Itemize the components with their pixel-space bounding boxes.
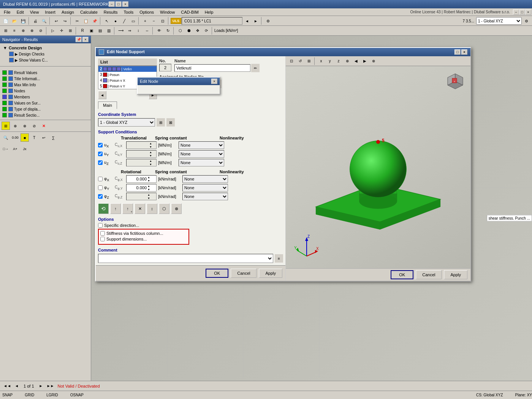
tb-prev-lc[interactable]: ◄ (243, 17, 251, 25)
uy-spin-down[interactable]: ▼ (149, 154, 152, 157)
app-close-btn[interactable]: × (525, 10, 531, 15)
tb-open[interactable]: 📂 (10, 17, 19, 25)
cb-result-5[interactable] (8, 95, 13, 99)
phiy-checkbox[interactable] (98, 185, 103, 190)
edit-node-close[interactable]: × (211, 79, 217, 84)
apply-button[interactable]: Apply (259, 269, 282, 278)
tb2-orbit[interactable]: ⟳ (202, 27, 211, 35)
tab-main[interactable]: Main (98, 101, 117, 109)
snap-snap[interactable]: SNAP (0, 393, 15, 397)
uy-spin-up[interactable]: ▲ (149, 150, 152, 154)
snap-osnap[interactable]: OSNAP (68, 393, 86, 397)
menu-insert[interactable]: Insert (42, 9, 59, 15)
cb-result-4[interactable] (8, 89, 13, 93)
cancel-button[interactable]: Cancel (231, 269, 256, 278)
tb-node[interactable]: ● (111, 17, 120, 25)
phix-spin-down[interactable]: ▼ (147, 179, 150, 182)
lp-btn-1[interactable]: ⊞ (2, 122, 10, 130)
tb2-2[interactable]: ≡ (10, 27, 19, 35)
support-dimensions-cb[interactable] (100, 237, 105, 241)
phiz-spin-down[interactable]: ▼ (147, 196, 150, 200)
snap-grid[interactable]: GRID (22, 393, 36, 397)
3d-tb-2[interactable]: ↺ (296, 57, 304, 65)
phiz-nonlin-select[interactable]: None (182, 193, 228, 200)
phiy-spring-input[interactable]: ▲ ▼ (126, 184, 157, 192)
preset-btn-6[interactable]: ⬡ (159, 203, 169, 214)
tb-zoom-out[interactable]: − (150, 17, 158, 25)
preset-btn-3[interactable]: ↑+ (122, 203, 133, 214)
uz-nonlin-select[interactable]: None (179, 159, 224, 166)
coord-btn-1[interactable]: ⊞ (157, 118, 165, 127)
tb2-load1[interactable]: ⟶ (117, 27, 125, 35)
dialog-maximize[interactable]: □ (454, 49, 461, 55)
lp-btn-yellow[interactable]: ■ (21, 133, 29, 142)
lp-btn-t3[interactable]: ∑ (49, 133, 57, 142)
cb-result-6[interactable] (8, 101, 13, 105)
menu-options[interactable]: Options (136, 9, 157, 15)
close-btn[interactable]: × (122, 2, 128, 7)
stiffness-cb[interactable] (100, 231, 105, 236)
lp-btn-2[interactable]: ⊕ (11, 122, 19, 130)
page-next[interactable]: ► (37, 382, 45, 390)
cancel-button-2[interactable]: Cancel (416, 270, 442, 279)
tb2-r4[interactable]: ▥ (104, 27, 113, 35)
tb2-mode[interactable]: ▷ (49, 27, 57, 35)
cb-result-2[interactable] (8, 76, 13, 81)
tb2-r3[interactable]: ▤ (96, 27, 104, 35)
menu-assign[interactable]: Assign (59, 9, 77, 15)
phix-spring-input[interactable]: ▲ ▼ (126, 175, 157, 183)
list-item-1[interactable]: 2 | Vetkn (98, 66, 157, 72)
uz-spin-down[interactable]: ▼ (149, 163, 152, 166)
snap-lgrid[interactable]: LGRID (44, 393, 60, 397)
coord-system-dropdown[interactable]: 1 - Global XYZ (98, 118, 155, 127)
phix-nonlin-select[interactable]: None (182, 175, 228, 183)
tb-cut[interactable]: ✂ (73, 17, 81, 25)
menu-cadbim[interactable]: CAD-BIM (178, 9, 201, 15)
tb2-snap[interactable]: ✛ (57, 27, 66, 35)
result-item-5[interactable]: Members (2, 94, 89, 100)
tb-zoom-all[interactable]: ⊡ (158, 17, 167, 25)
tb2-4[interactable]: ⊗ (28, 27, 36, 35)
comment-input[interactable] (98, 254, 273, 263)
3d-tb-7[interactable]: ⊕ (343, 57, 352, 65)
phiz-checkbox[interactable] (98, 194, 103, 199)
tb2-r1[interactable]: R (78, 27, 87, 35)
cb-result-3[interactable] (8, 82, 13, 87)
ok-button[interactable]: OK (206, 269, 228, 278)
minimize-btn[interactable]: − (109, 2, 115, 7)
phiz-spin-up[interactable]: ▲ (147, 193, 150, 196)
tb-redo[interactable]: ↪ (61, 17, 69, 25)
name-input[interactable] (174, 64, 250, 72)
phix-spring-value[interactable] (127, 177, 147, 181)
tb2-view2d[interactable]: ⬢ (185, 27, 193, 35)
lp-btn-del[interactable]: ✕ (40, 122, 48, 130)
uy-checkbox[interactable] (98, 152, 103, 156)
tb2-pan[interactable]: ✥ (193, 27, 202, 35)
lp-btn-t2[interactable]: ↩ (40, 133, 48, 142)
app-max-btn[interactable]: □ (519, 10, 525, 15)
phiy-spin-down[interactable]: ▼ (147, 188, 150, 191)
page-first[interactable]: ◄◄ (3, 382, 11, 390)
phiy-spin-up[interactable]: ▲ (147, 184, 150, 188)
phix-checkbox[interactable] (98, 177, 103, 181)
list-btn-1[interactable]: ◄ (98, 91, 106, 99)
specific-direction-cb[interactable] (98, 223, 103, 228)
preset-btn-7[interactable]: ⊗ (171, 203, 182, 214)
3d-tb-6[interactable]: z (334, 57, 343, 65)
result-item-6[interactable]: Values on Sur... (2, 100, 89, 106)
cb-result-1[interactable] (8, 70, 13, 75)
phiy-spring-value[interactable] (127, 185, 147, 190)
menu-file[interactable]: File (1, 9, 14, 15)
name-edit-btn[interactable]: ✏ (251, 64, 260, 72)
tb-select[interactable]: ↖ (103, 17, 111, 25)
preset-btn-1[interactable]: ⟲ (98, 203, 109, 214)
lp-btn-t1[interactable]: T (30, 133, 38, 142)
tb-line[interactable]: ╱ (120, 17, 128, 25)
tb-new[interactable]: 📄 (2, 17, 10, 25)
page-last[interactable]: ►► (46, 382, 55, 390)
coord-btn-2[interactable]: ⊠ (166, 118, 175, 127)
menu-window[interactable]: Window (157, 9, 178, 15)
tb-surface[interactable]: ▭ (129, 17, 137, 25)
result-item-3[interactable]: Max Min Info (2, 82, 89, 88)
nav-pin-btn[interactable]: 📌 (76, 37, 82, 42)
